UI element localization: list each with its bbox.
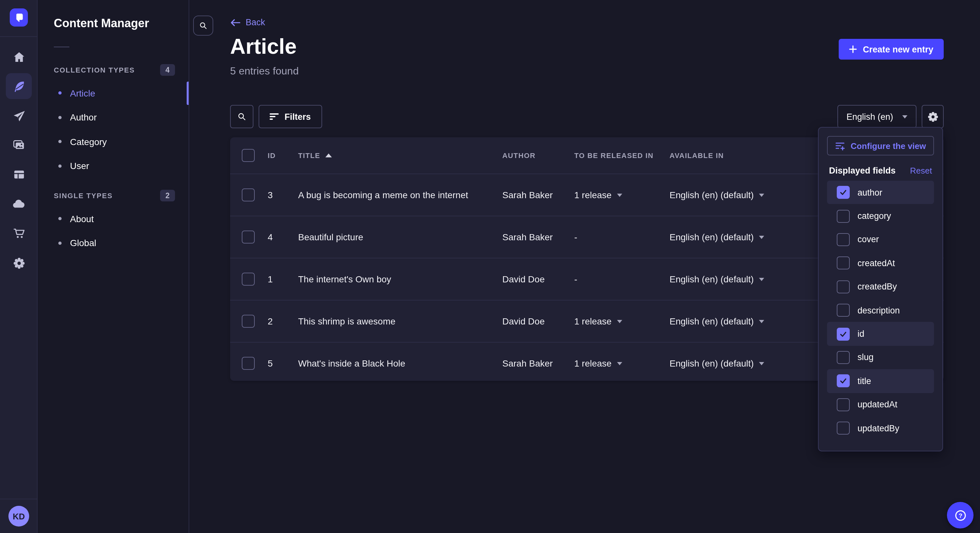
chevron-down-icon (617, 320, 622, 323)
cell-id: 2 (268, 316, 273, 327)
field-checkbox[interactable] (837, 398, 850, 411)
column-header-release[interactable]: TO BE RELEASED IN (574, 152, 654, 159)
search-icon (237, 111, 247, 122)
cell-author: David Doe (502, 316, 545, 327)
field-checkbox[interactable] (837, 351, 850, 364)
releases-nav-button[interactable] (6, 103, 32, 129)
cell-id: 1 (268, 274, 273, 284)
bullet-icon (58, 92, 62, 95)
field-option-category[interactable]: category (827, 204, 934, 228)
strapi-logo[interactable] (10, 8, 28, 27)
field-option-description[interactable]: description (827, 298, 934, 322)
field-checkbox[interactable] (837, 304, 850, 317)
row-checkbox[interactable] (242, 189, 255, 201)
subnav-item-author[interactable]: Author (38, 105, 189, 130)
cell-available-in[interactable]: English (en) (default) (670, 316, 764, 327)
subnav-item-global[interactable]: Global (38, 231, 189, 255)
row-checkbox[interactable] (242, 357, 255, 370)
subnav-search-button[interactable] (193, 16, 213, 36)
field-option-title[interactable]: title (827, 369, 934, 393)
field-option-cover[interactable]: cover (827, 228, 934, 252)
content-manager-nav-button[interactable] (6, 73, 32, 99)
search-icon (198, 21, 208, 30)
home-nav-button[interactable] (6, 44, 32, 70)
chevron-down-icon (759, 278, 764, 281)
cell-release[interactable]: - (574, 274, 577, 284)
user-avatar[interactable]: KD (8, 506, 29, 527)
field-option-updatedat[interactable]: updatedAt (827, 393, 934, 416)
locale-select[interactable]: English (en) (837, 105, 916, 128)
subnav-item-user[interactable]: User (38, 154, 189, 178)
row-checkbox[interactable] (242, 230, 255, 244)
field-checkbox[interactable] (837, 327, 850, 340)
strapi-logo-icon (13, 12, 25, 23)
cell-author: Sarah Baker (502, 358, 553, 368)
list-plus-icon (835, 141, 845, 151)
bullet-icon (58, 140, 62, 143)
media-library-nav-button[interactable] (6, 132, 32, 158)
field-option-slug[interactable]: slug (827, 346, 934, 369)
check-icon (839, 188, 848, 197)
filters-button[interactable]: Filters (259, 105, 322, 128)
column-header-title[interactable]: TITLE (298, 152, 332, 159)
column-header-author[interactable]: AUTHOR (502, 152, 536, 159)
subnav-item-category[interactable]: Category (38, 130, 189, 154)
field-checkbox[interactable] (837, 233, 850, 246)
field-checkbox[interactable] (837, 186, 850, 199)
settings-nav-button[interactable] (6, 250, 32, 276)
field-checkbox[interactable] (837, 281, 850, 293)
row-checkbox[interactable] (242, 315, 255, 328)
cell-available-in[interactable]: English (en) (default) (670, 232, 764, 242)
content-type-builder-nav-button[interactable] (6, 161, 32, 187)
page-title: Article (230, 34, 296, 59)
subnav-title: Content Manager (54, 17, 149, 30)
select-all-checkbox[interactable] (242, 149, 255, 162)
bullet-icon (58, 165, 62, 168)
bullet-icon (58, 217, 62, 220)
chevron-down-icon (759, 362, 764, 365)
create-new-entry-label: Create new entry (863, 44, 933, 54)
back-label: Back (246, 17, 265, 27)
cell-available-in[interactable]: English (en) (default) (670, 190, 764, 200)
field-option-createdat[interactable]: createdAt (827, 251, 934, 275)
cell-available-in[interactable]: English (en) (default) (670, 358, 764, 368)
check-icon (839, 377, 848, 385)
field-option-createdby[interactable]: createdBy (827, 275, 934, 298)
cell-release[interactable]: 1 release (574, 316, 622, 327)
back-link[interactable]: Back (230, 17, 265, 27)
cell-release[interactable]: 1 release (574, 190, 622, 200)
paper-plane-icon (12, 109, 25, 123)
deploy-nav-button[interactable] (6, 191, 32, 217)
cell-id: 3 (268, 190, 273, 200)
row-checkbox[interactable] (242, 273, 255, 286)
chevron-down-icon (759, 235, 764, 239)
toolbar-right: English (en) (837, 105, 944, 128)
toolbar-left: Filters (230, 105, 322, 128)
field-option-id[interactable]: id (827, 322, 934, 346)
cell-release[interactable]: - (574, 232, 577, 242)
field-checkbox[interactable] (837, 257, 850, 270)
table-search-button[interactable] (230, 105, 253, 128)
svg-text:?: ? (958, 512, 962, 519)
content-manager-subnav: Content Manager COLLECTION TYPES 4 Artic… (38, 0, 189, 533)
chevron-down-icon (902, 115, 907, 118)
cell-title: The internet's Own boy (298, 274, 391, 284)
help-button[interactable]: ? (947, 502, 974, 528)
subnav-item-article[interactable]: Article (38, 81, 189, 105)
marketplace-nav-button[interactable] (6, 220, 32, 246)
field-option-author[interactable]: author (827, 181, 934, 204)
field-option-updatedby[interactable]: updatedBy (827, 416, 934, 440)
create-new-entry-button[interactable]: Create new entry (839, 39, 944, 60)
view-settings-button[interactable] (922, 105, 944, 128)
field-checkbox[interactable] (837, 374, 850, 388)
column-header-id[interactable]: ID (268, 152, 276, 159)
cell-release[interactable]: 1 release (574, 358, 622, 368)
configure-view-button[interactable]: Configure the view (827, 136, 934, 155)
cell-available-in[interactable]: English (en) (default) (670, 274, 764, 284)
subnav-item-about[interactable]: About (38, 206, 189, 231)
field-checkbox[interactable] (837, 422, 850, 435)
reset-link[interactable]: Reset (910, 166, 932, 176)
cell-author: Sarah Baker (502, 232, 553, 242)
field-checkbox[interactable] (837, 209, 850, 222)
column-header-available[interactable]: AVAILABLE IN (670, 152, 724, 159)
